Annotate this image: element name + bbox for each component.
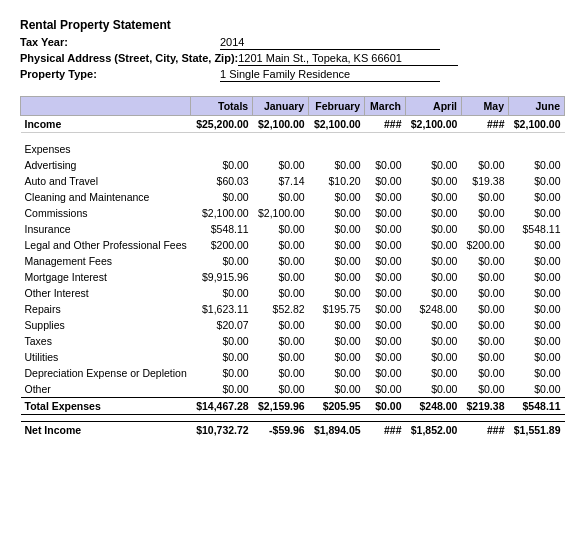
row-cell: $0.00 (406, 253, 462, 269)
row-cell: $0.00 (309, 285, 365, 301)
col-label (21, 97, 191, 116)
row-cell: $0.00 (508, 157, 564, 173)
col-may: May (461, 97, 508, 116)
row-label: Advertising (21, 157, 191, 173)
row-cell: $0.00 (365, 317, 406, 333)
row-cell: $200.00 (191, 237, 253, 253)
row-label: Net Income (21, 422, 191, 439)
row-label: Other (21, 381, 191, 398)
table-row: Other Interest$0.00$0.00$0.00$0.00$0.00$… (21, 285, 565, 301)
tax-year-row: Tax Year: 2014 (20, 36, 565, 50)
row-cell: $2,100.00 (253, 116, 309, 133)
row-cell: $0.00 (508, 365, 564, 381)
row-cell: $0.00 (508, 205, 564, 221)
row-cell: $0.00 (365, 349, 406, 365)
row-cell: $0.00 (365, 398, 406, 415)
row-cell: $0.00 (365, 221, 406, 237)
row-label: Other Interest (21, 285, 191, 301)
table-row: Income$25,200.00$2,100.00$2,100.00###$2,… (21, 116, 565, 133)
row-cell: ### (461, 422, 508, 439)
row-cell: $0.00 (508, 253, 564, 269)
row-cell: $0.00 (406, 269, 462, 285)
row-cell: $2,100.00 (508, 116, 564, 133)
table-row: Taxes$0.00$0.00$0.00$0.00$0.00$0.00$0.00 (21, 333, 565, 349)
table-row: Supplies$20.07$0.00$0.00$0.00$0.00$0.00$… (21, 317, 565, 333)
row-cell: $1,623.11 (191, 301, 253, 317)
row-cell: $0.00 (191, 157, 253, 173)
row-label: Taxes (21, 333, 191, 349)
row-cell: $0.00 (406, 157, 462, 173)
row-cell: $0.00 (406, 237, 462, 253)
row-cell: $1,551.89 (508, 422, 564, 439)
col-february: February (309, 97, 365, 116)
row-cell: -$59.96 (253, 422, 309, 439)
row-cell: $0.00 (365, 173, 406, 189)
row-cell: $0.00 (508, 317, 564, 333)
row-cell: $0.00 (508, 349, 564, 365)
row-cell: $205.95 (309, 398, 365, 415)
col-march: March (365, 97, 406, 116)
row-cell: $0.00 (365, 333, 406, 349)
row-cell: $0.00 (406, 205, 462, 221)
column-header-row: Totals January February March April May … (21, 97, 565, 116)
property-type-label: Property Type: (20, 68, 220, 80)
row-cell: $0.00 (191, 285, 253, 301)
col-june: June (508, 97, 564, 116)
header-section: Rental Property Statement Tax Year: 2014… (20, 18, 565, 82)
row-cell: $0.00 (309, 349, 365, 365)
row-cell: $548.11 (191, 221, 253, 237)
row-cell: $9,915.96 (191, 269, 253, 285)
row-cell: $2,159.96 (253, 398, 309, 415)
row-cell: $2,100.00 (253, 205, 309, 221)
row-cell: $0.00 (461, 157, 508, 173)
row-label: Legal and Other Professional Fees (21, 237, 191, 253)
table-row: Repairs$1,623.11$52.82$195.75$0.00$248.0… (21, 301, 565, 317)
row-cell: $0.00 (309, 269, 365, 285)
row-cell: $0.00 (191, 253, 253, 269)
row-cell: $19.38 (461, 173, 508, 189)
row-label: Utilities (21, 349, 191, 365)
row-label: Repairs (21, 301, 191, 317)
row-cell: $219.38 (461, 398, 508, 415)
expenses-header-row: Expenses (21, 141, 565, 157)
table-row: Insurance$548.11$0.00$0.00$0.00$0.00$0.0… (21, 221, 565, 237)
row-cell: $0.00 (309, 381, 365, 398)
row-cell: $0.00 (508, 173, 564, 189)
row-cell: $0.00 (309, 205, 365, 221)
row-label: Depreciation Expense or Depletion (21, 365, 191, 381)
row-cell: $0.00 (365, 189, 406, 205)
tax-year-value: 2014 (220, 36, 440, 50)
row-cell: $0.00 (309, 189, 365, 205)
table-row: Advertising$0.00$0.00$0.00$0.00$0.00$0.0… (21, 157, 565, 173)
row-cell: $0.00 (309, 365, 365, 381)
row-cell: $0.00 (461, 189, 508, 205)
row-cell: $0.00 (253, 157, 309, 173)
table-row: Mortgage Interest$9,915.96$0.00$0.00$0.0… (21, 269, 565, 285)
row-cell: $0.00 (406, 221, 462, 237)
row-cell: $0.00 (253, 349, 309, 365)
row-cell: $0.00 (253, 237, 309, 253)
row-cell: $0.00 (461, 365, 508, 381)
row-label: Insurance (21, 221, 191, 237)
table-row: Other$0.00$0.00$0.00$0.00$0.00$0.00$0.00 (21, 381, 565, 398)
property-type-value: 1 Single Family Residence (220, 68, 440, 82)
row-cell: $0.00 (508, 189, 564, 205)
row-cell: $2,100.00 (309, 116, 365, 133)
row-cell: $10,732.72 (191, 422, 253, 439)
row-cell: $0.00 (461, 221, 508, 237)
row-cell: $0.00 (309, 157, 365, 173)
row-cell: $0.00 (406, 189, 462, 205)
row-cell: $0.00 (253, 253, 309, 269)
row-cell: $200.00 (461, 237, 508, 253)
row-cell: $1,894.05 (309, 422, 365, 439)
row-label: Management Fees (21, 253, 191, 269)
row-cell: $0.00 (365, 301, 406, 317)
row-cell: $0.00 (365, 205, 406, 221)
row-cell: $195.75 (309, 301, 365, 317)
table-row: Commissions$2,100.00$2,100.00$0.00$0.00$… (21, 205, 565, 221)
row-cell: $0.00 (406, 317, 462, 333)
row-cell: $0.00 (406, 349, 462, 365)
row-cell: $0.00 (461, 333, 508, 349)
table-row: Depreciation Expense or Depletion$0.00$0… (21, 365, 565, 381)
row-cell: $0.00 (406, 173, 462, 189)
